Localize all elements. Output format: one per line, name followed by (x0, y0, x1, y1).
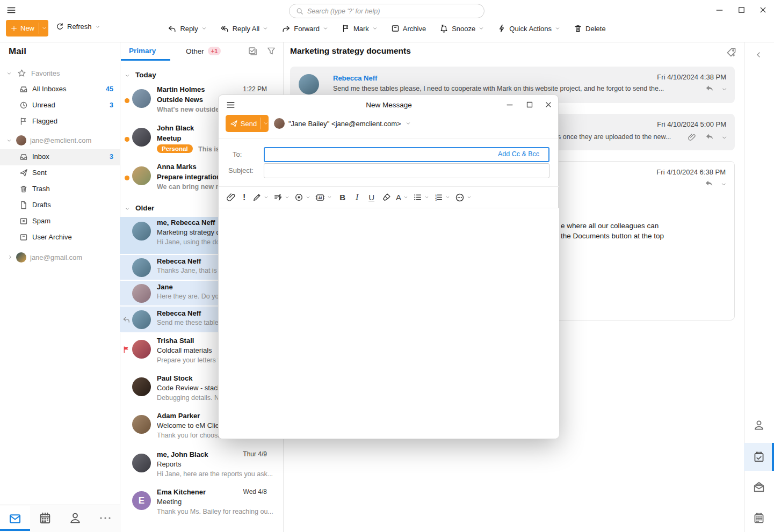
list-item-me-john-black[interactable]: me, John Black Reports Hi Jane, here are… (120, 449, 283, 486)
thread-title: Marketing strategy documents (290, 46, 411, 56)
underline-button[interactable]: U (364, 191, 379, 203)
ai-assistant-button[interactable]: AI (314, 191, 334, 204)
subject-input[interactable] (264, 163, 549, 178)
chevron-down-icon (264, 195, 269, 200)
sidebar-item-spam[interactable]: Spam (0, 214, 120, 230)
message-options-chevron-icon[interactable] (721, 86, 727, 92)
refresh-button[interactable]: Refresh (56, 23, 100, 31)
person-icon (69, 512, 82, 524)
chevron-down-icon (6, 71, 12, 76)
tab-primary[interactable]: Primary (129, 47, 156, 55)
filter-button[interactable] (266, 46, 276, 56)
bullet-list-button[interactable] (411, 191, 431, 203)
toolbar-divider (0, 42, 774, 42)
close-button[interactable] (758, 5, 768, 14)
rail-agenda-button[interactable] (744, 443, 774, 471)
account-emclient-header[interactable]: jane@emclient.com (0, 133, 120, 148)
more-formatting-button[interactable] (453, 191, 473, 204)
account-avatar (16, 252, 26, 263)
bold-button[interactable]: B (335, 191, 350, 203)
sidebar-item-user-archive[interactable]: User Archive (0, 230, 120, 246)
minimize-button[interactable] (715, 5, 724, 14)
sidebar-item-drafts[interactable]: Drafts (0, 198, 120, 214)
app-menu-button[interactable] (6, 5, 16, 15)
tracking-button[interactable] (293, 191, 312, 203)
format-painter-button[interactable] (380, 191, 393, 203)
font-style-button[interactable]: A (394, 191, 410, 203)
quick-text-button[interactable] (272, 191, 291, 203)
send-button[interactable]: Send (226, 115, 269, 132)
unread-dot (125, 176, 129, 180)
rail-mail-button[interactable] (753, 481, 765, 493)
sidebar-item-sent[interactable]: Sent (0, 165, 120, 181)
attachment-paperclip-icon (688, 133, 696, 141)
compose-close-button[interactable] (544, 100, 553, 109)
reply-icon[interactable] (705, 133, 714, 141)
from-selector[interactable]: "Jane Bailey" <jane@emclient.com> (288, 116, 411, 130)
rail-contacts-button[interactable] (753, 419, 765, 431)
compose-maximize-button[interactable] (525, 100, 534, 109)
sidebar-item-all-inboxes[interactable]: All Inboxes 45 (0, 82, 120, 98)
quick-actions-button[interactable]: Quick Actions (497, 24, 560, 33)
compose-body[interactable] (219, 208, 559, 439)
refresh-chevron-icon (95, 24, 100, 30)
sidebar-item-flagged[interactable]: Flagged (0, 114, 120, 130)
flag-icon (19, 117, 28, 126)
collapse-panel-button[interactable] (754, 50, 763, 59)
unread-dot (125, 137, 129, 142)
compose-window: New Message Send "Jane Bailey" <jane@emc… (218, 94, 559, 439)
reply-icon[interactable] (704, 179, 714, 188)
forward-button[interactable]: Forward (281, 24, 328, 33)
compose-minimize-button[interactable] (505, 100, 514, 109)
favorites-section-header[interactable]: Favorites (0, 67, 120, 81)
snooze-button[interactable]: Snooze (439, 24, 484, 33)
contacts-module-tab[interactable] (69, 512, 82, 524)
tab-other[interactable]: Other +1 (186, 47, 221, 55)
sender-name: Rebecca Neff (157, 309, 201, 317)
calendar-module-tab[interactable] (39, 512, 52, 524)
delete-button[interactable]: Delete (574, 24, 606, 33)
signature-button[interactable] (251, 191, 270, 203)
add-cc-bcc-link[interactable]: Add Cc & Bcc (498, 150, 539, 158)
numbered-list-button[interactable]: 123 (432, 191, 452, 203)
mark-button[interactable]: Mark (342, 24, 378, 33)
mail-module-tab[interactable] (0, 506, 30, 530)
avatar (132, 128, 151, 147)
account-gmail-header[interactable]: jane@gmail.com (0, 250, 120, 265)
more-modules-button[interactable] (99, 516, 112, 520)
avatar (132, 340, 151, 359)
add-tag-button[interactable] (726, 47, 736, 57)
list-item-ema-kitchener[interactable]: E Ema Kitchener Meeting Thank you Ms. Ba… (120, 486, 283, 524)
formatting-toolbar: ! AI B I U A 123 (219, 186, 559, 208)
reply-all-icon (220, 24, 229, 33)
search-input[interactable]: Search (type '?' for help) (289, 4, 484, 18)
mark-label: Mark (353, 25, 369, 33)
italic-button[interactable]: I (351, 191, 363, 203)
reply-icon[interactable] (705, 84, 714, 93)
subject: Code Review - stack (157, 384, 221, 392)
reply-button[interactable]: Reply (168, 24, 206, 33)
mail-module-active-bar (0, 529, 30, 531)
reply-label: Reply (180, 25, 198, 33)
rail-calendar-button[interactable] (753, 512, 765, 524)
message-body-line: the Documents button at the top (561, 232, 664, 240)
sidebar-item-unread[interactable]: Unread 3 (0, 98, 120, 114)
message-options-chevron-icon[interactable] (721, 181, 727, 187)
spam-label: Spam (32, 217, 50, 225)
time: 1:22 PM (243, 85, 267, 93)
trash-icon (19, 185, 28, 193)
maximize-button[interactable] (737, 5, 746, 14)
reply-all-label: Reply All (233, 25, 260, 33)
sidebar-item-trash[interactable]: Trash (0, 181, 120, 198)
archive-button[interactable]: Archive (391, 24, 426, 33)
new-button[interactable]: New (6, 20, 48, 37)
sidebar-item-inbox[interactable]: Inbox 3 (0, 149, 120, 165)
archive-icon (391, 24, 400, 33)
reply-all-button[interactable]: Reply All (220, 24, 269, 33)
select-messages-button[interactable] (248, 46, 258, 56)
message-options-chevron-icon[interactable] (721, 135, 727, 141)
forward-label: Forward (294, 25, 320, 33)
attach-button[interactable] (225, 191, 237, 203)
importance-button[interactable]: ! (239, 191, 249, 204)
module-switcher (0, 505, 120, 532)
